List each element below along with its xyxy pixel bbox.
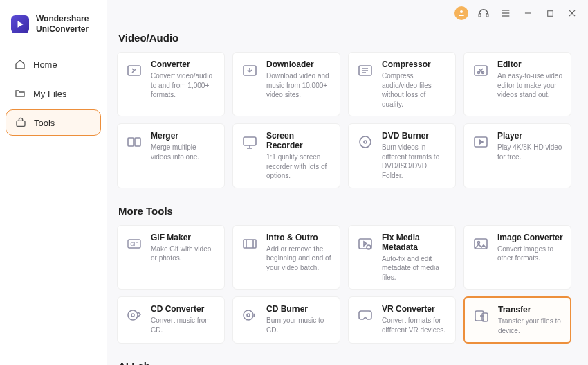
card-cd-converter[interactable]: CD Converter Convert music from CD. [117, 296, 225, 344]
card-desc: Merge multiple videos into one. [151, 143, 217, 161]
card-title: Fix Media Metadata [382, 233, 448, 252]
minimize-button[interactable] [520, 6, 535, 21]
avatar[interactable] [454, 6, 469, 21]
card-desc: Make Gif with video or photos. [151, 244, 217, 263]
card-downloader[interactable]: Downloader Download video and music from… [232, 52, 340, 116]
card-desc: Add or remove the beginning and end of y… [266, 244, 333, 273]
card-desc: Convert video/audio to and from 1,000+ f… [151, 71, 217, 100]
card-gif-maker[interactable]: GIF GIF Maker Make Gif with video or pho… [117, 225, 225, 290]
card-desc: An easy-to-use video editor to make your… [497, 71, 564, 100]
card-player[interactable]: Player Play 4K/8K HD video for free. [463, 123, 571, 188]
main: Video/Audio Converter Convert video/audi… [107, 0, 588, 365]
card-title: Player [497, 131, 564, 141]
image-icon [471, 234, 490, 253]
card-title: Screen Recorder [266, 131, 333, 150]
svg-point-23 [364, 141, 367, 143]
card-converter[interactable]: Converter Convert video/audio to and fro… [117, 52, 225, 116]
headset-icon[interactable] [476, 6, 491, 21]
card-title: CD Converter [151, 304, 217, 314]
card-desc: Download video and music from 10,000+ vi… [266, 71, 333, 100]
card-title: Compressor [382, 60, 448, 69]
card-screen-recorder[interactable]: Screen Recorder 1:1 quality screen recor… [232, 123, 340, 188]
menu-icon[interactable] [498, 6, 513, 21]
svg-rect-2 [479, 14, 481, 17]
card-title: Transfer [498, 305, 563, 314]
nav-tools[interactable]: Tools [6, 109, 101, 136]
cd-burn-icon [240, 305, 259, 325]
cd-convert-icon [125, 305, 144, 325]
vr-icon [356, 305, 375, 325]
brand: Wondershare UniConverter [0, 7, 107, 51]
card-title: VR Converter [382, 304, 448, 314]
brand-line1: Wondershare [36, 14, 89, 24]
card-title: CD Burner [266, 304, 333, 314]
folder-icon [14, 88, 26, 99]
card-desc: Burn your music to CD. [266, 316, 333, 335]
svg-point-36 [244, 310, 253, 320]
converter-icon [125, 61, 144, 80]
card-title: GIF Maker [151, 233, 217, 242]
card-compressor[interactable]: Compressor Compress audio/video files wi… [348, 52, 456, 116]
brand-line2: UniConverter [36, 24, 89, 35]
toolbox-icon [15, 117, 27, 128]
card-desc: Convert music from CD. [151, 316, 217, 335]
nav-home-label: Home [33, 60, 57, 70]
svg-point-34 [128, 310, 138, 320]
card-editor[interactable]: Editor An easy-to-use video editor to ma… [463, 52, 571, 116]
nav-tools-label: Tools [34, 118, 55, 128]
brand-text: Wondershare UniConverter [36, 14, 89, 35]
svg-rect-27 [244, 240, 256, 248]
nav: Home My Files Tools [0, 51, 107, 136]
card-transfer[interactable]: Transfer Transfer your files to device. [463, 296, 571, 344]
disc-icon [356, 132, 375, 152]
card-image-converter[interactable]: Image Converter Convert images to other … [463, 225, 571, 290]
svg-point-1 [460, 10, 463, 13]
sidebar: Wondershare UniConverter Home My Files T… [0, 0, 107, 365]
home-icon [14, 59, 26, 70]
section-more-tools: More Tools GIF GIF Maker Make Gif with v… [117, 205, 582, 344]
card-desc: Transfer your files to device. [498, 317, 563, 335]
app-logo [11, 15, 29, 33]
card-title: Downloader [266, 60, 333, 69]
svg-point-35 [131, 314, 134, 317]
svg-text:GIF: GIF [130, 242, 138, 247]
scissors-icon [471, 61, 490, 80]
titlebar [454, 6, 580, 21]
card-fix-metadata[interactable]: Fix Media Metadata Auto-fix and edit met… [348, 225, 456, 290]
card-title: Editor [497, 60, 564, 69]
card-cd-burner[interactable]: CD Burner Burn your music to CD. [232, 296, 340, 344]
svg-point-22 [360, 136, 371, 148]
nav-home[interactable]: Home [6, 51, 101, 78]
svg-rect-3 [486, 14, 488, 17]
card-title: Image Converter [497, 233, 564, 242]
merge-icon [125, 132, 144, 152]
section-title-more-tools: More Tools [118, 205, 582, 217]
card-intro-outro[interactable]: Intro & Outro Add or remove the beginnin… [232, 225, 340, 290]
download-icon [240, 61, 259, 80]
card-desc: Burn videos in different formats to DVD/… [382, 143, 448, 180]
close-button[interactable] [564, 6, 580, 21]
nav-myfiles[interactable]: My Files [6, 80, 101, 107]
card-desc: Convert images to other formats. [497, 244, 564, 263]
card-title: Converter [151, 60, 217, 69]
card-desc: 1:1 quality screen recorder with lots of… [266, 152, 333, 181]
card-merger[interactable]: Merger Merge multiple videos into one. [117, 123, 225, 188]
svg-point-37 [247, 314, 250, 317]
svg-rect-18 [135, 138, 140, 146]
svg-rect-0 [17, 121, 25, 126]
card-vr-converter[interactable]: VR Converter Convert formats for differe… [348, 296, 456, 344]
card-desc: Play 4K/8K HD video for free. [497, 143, 564, 161]
svg-rect-8 [547, 10, 553, 16]
grid-more-tools: GIF GIF Maker Make Gif with video or pho… [117, 225, 582, 344]
svg-point-33 [478, 241, 480, 243]
card-desc: Auto-fix and edit metadate of media file… [382, 254, 448, 283]
section-title-video-audio: Video/Audio [118, 32, 582, 44]
metadata-icon [356, 234, 375, 253]
card-desc: Convert formats for different VR devices… [382, 316, 448, 335]
card-dvd-burner[interactable]: DVD Burner Burn videos in different form… [348, 123, 456, 188]
filmstrip-icon [240, 234, 259, 253]
monitor-icon [240, 132, 259, 152]
play-icon [471, 132, 490, 152]
maximize-button[interactable] [542, 6, 558, 21]
svg-rect-30 [359, 239, 371, 249]
